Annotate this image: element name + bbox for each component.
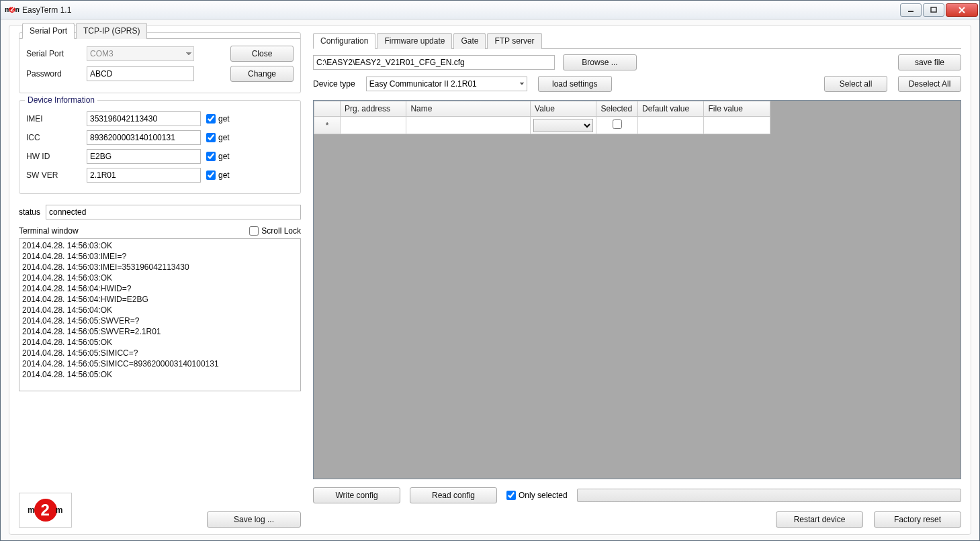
tab-ftp-server[interactable]: FTP server: [487, 33, 541, 49]
terminal-line: 2014.04.28. 14:56:05:OK: [22, 369, 298, 380]
col-selected[interactable]: Selected: [596, 101, 638, 117]
hwid-input[interactable]: [87, 149, 201, 164]
password-input[interactable]: [87, 66, 194, 81]
main-panel: Serial Port TCP-IP (GPRS) Serial Port CO…: [9, 25, 971, 535]
tab-serial-port[interactable]: Serial Port: [22, 23, 75, 39]
value-dropdown[interactable]: [533, 119, 593, 132]
deselect-all-button[interactable]: Deselect All: [898, 76, 961, 92]
terminal-header: Terminal window Scroll Lock: [19, 226, 301, 236]
swver-input[interactable]: [87, 168, 201, 183]
col-file-value[interactable]: File value: [704, 101, 770, 117]
terminal-line: 2014.04.28. 14:56:04:OK: [22, 305, 298, 315]
new-row[interactable]: *: [314, 117, 770, 134]
terminal-line: 2014.04.28. 14:56:03:IMEI=35319604211343…: [22, 262, 298, 273]
imei-get-checkbox[interactable]: [206, 114, 216, 124]
connection-group: Serial Port TCP-IP (GPRS) Serial Port CO…: [19, 32, 301, 93]
select-all-button[interactable]: Select all: [824, 76, 887, 92]
swver-get-checkbox[interactable]: [206, 170, 216, 180]
only-selected-label: Only selected: [519, 491, 568, 500]
read-config-button[interactable]: Read config: [410, 487, 497, 503]
icc-get-checkbox[interactable]: [206, 133, 216, 142]
logo-2: 2: [34, 499, 57, 522]
close-button[interactable]: [946, 3, 978, 17]
terminal-line: 2014.04.28. 14:56:05:SWVER=?: [22, 315, 298, 326]
titlebar: m2m EasyTerm 1.1: [1, 1, 979, 19]
terminal-line: 2014.04.28. 14:56:04:HWID=E2BG: [22, 294, 298, 305]
close-port-button[interactable]: Close: [230, 46, 294, 62]
col-default-value[interactable]: Default value: [638, 101, 704, 117]
config-path-row: Browse ... save file: [313, 54, 961, 70]
password-label: Password: [26, 69, 81, 79]
status-label: status: [19, 207, 40, 217]
right-column: Configuration Firmware update Gate FTP s…: [313, 32, 961, 528]
swver-get-label: get: [218, 170, 230, 180]
col-name[interactable]: Name: [406, 101, 531, 117]
serial-port-select[interactable]: COM3: [87, 46, 194, 61]
cell-prg[interactable]: [340, 117, 406, 134]
row-selected-checkbox[interactable]: [613, 119, 622, 129]
terminal-line: 2014.04.28. 14:56:03:IMEI=?: [22, 251, 298, 262]
cell-file[interactable]: [704, 117, 770, 134]
cell-default[interactable]: [638, 117, 704, 134]
cell-selected[interactable]: [596, 117, 638, 134]
browse-button[interactable]: Browse ...: [563, 54, 637, 70]
terminal-title: Terminal window: [19, 226, 79, 236]
terminal-output[interactable]: 2014.04.28. 14:56:03:OK2014.04.28. 14:56…: [19, 238, 301, 391]
col-value[interactable]: Value: [531, 101, 596, 117]
cell-name[interactable]: [406, 117, 531, 134]
scroll-lock-label: Scroll Lock: [261, 226, 301, 236]
swver-label: SW VER: [26, 170, 81, 180]
device-type-label: Device type: [313, 79, 355, 89]
icc-get-label: get: [218, 133, 230, 142]
device-info-title: Device Information: [25, 95, 97, 105]
svg-text:m: m: [15, 5, 19, 13]
icc-label: ICC: [26, 133, 81, 142]
hwid-label: HW ID: [26, 152, 81, 161]
m2m-logo: m 2 m: [19, 493, 72, 528]
terminal-line: 2014.04.28. 14:56:03:OK: [22, 273, 298, 283]
config-grid[interactable]: Prg. address Name Value Selected Default…: [313, 100, 961, 479]
window-controls: [900, 3, 978, 17]
cell-value[interactable]: [531, 117, 596, 134]
imei-get-label: get: [218, 114, 230, 124]
terminal-line: 2014.04.28. 14:56:03:OK: [22, 240, 298, 251]
client-area: Serial Port TCP-IP (GPRS) Serial Port CO…: [1, 19, 979, 540]
bottom-left: m 2 m Save log ...: [19, 493, 301, 528]
maximize-button[interactable]: [923, 3, 944, 17]
terminal-line: 2014.04.28. 14:56:04:HWID=?: [22, 283, 298, 294]
status-value: [46, 205, 301, 219]
svg-rect-5: [931, 7, 936, 12]
device-type-select[interactable]: Easy Communicator II 2.1R01: [366, 77, 527, 91]
hwid-get-checkbox[interactable]: [206, 152, 216, 161]
device-actions-row: Restart device Factory reset: [313, 511, 961, 528]
load-settings-button[interactable]: load settings: [538, 76, 612, 92]
config-table: Prg. address Name Value Selected Default…: [314, 101, 770, 134]
config-path-input[interactable]: [313, 55, 555, 70]
save-file-button[interactable]: save file: [898, 54, 961, 70]
terminal-line: 2014.04.28. 14:56:05:OK: [22, 337, 298, 348]
terminal-line: 2014.04.28. 14:56:05:SWVER=2.1R01: [22, 326, 298, 337]
restart-device-button[interactable]: Restart device: [776, 511, 863, 528]
only-selected-checkbox[interactable]: [506, 491, 516, 500]
factory-reset-button[interactable]: Factory reset: [874, 511, 961, 528]
change-password-button[interactable]: Change: [230, 66, 294, 82]
new-row-marker: *: [314, 117, 341, 134]
col-prg-address[interactable]: Prg. address: [340, 101, 406, 117]
minimize-button[interactable]: [900, 3, 922, 17]
save-log-button[interactable]: Save log ...: [207, 511, 301, 528]
imei-input[interactable]: [87, 111, 201, 126]
write-config-button[interactable]: Write config: [313, 487, 400, 503]
tab-configuration[interactable]: Configuration: [313, 33, 375, 49]
tab-firmware-update[interactable]: Firmware update: [377, 33, 452, 49]
logo-m2: m: [56, 505, 64, 515]
window-title: EasyTerm 1.1: [22, 5, 900, 15]
tab-tcp-ip[interactable]: TCP-IP (GPRS): [76, 23, 147, 39]
col-rowheader: [314, 101, 341, 117]
right-tabs: Configuration Firmware update Gate FTP s…: [313, 32, 961, 49]
terminal-line: 2014.04.28. 14:56:05:SIMICC=893620000314…: [22, 358, 298, 369]
app-icon: m2m: [5, 5, 19, 15]
scroll-lock-checkbox[interactable]: [249, 226, 259, 236]
terminal-line: 2014.04.28. 14:56:05:SIMICC=?: [22, 348, 298, 358]
icc-input[interactable]: [87, 130, 201, 145]
tab-gate[interactable]: Gate: [453, 33, 486, 49]
